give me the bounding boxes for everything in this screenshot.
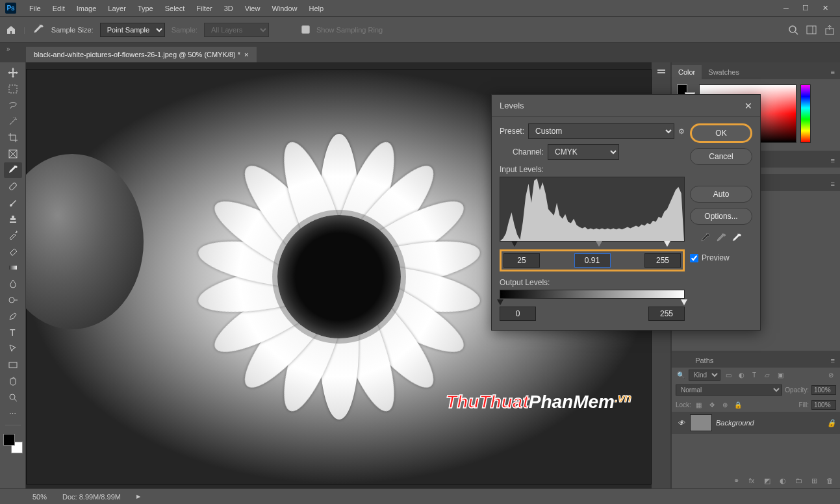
gradient-tool[interactable] <box>4 260 22 275</box>
filter-smart-icon[interactable]: ▣ <box>775 370 785 381</box>
maximize-button[interactable]: ☐ <box>796 2 815 15</box>
dodge-tool[interactable] <box>4 292 22 308</box>
input-slider-track[interactable] <box>500 240 685 248</box>
dialog-close-icon[interactable]: ✕ <box>745 101 752 111</box>
layer-thumbnail[interactable] <box>690 414 712 431</box>
output-white-slider[interactable] <box>681 299 687 305</box>
filter-pixel-icon[interactable]: ▭ <box>723 370 733 381</box>
gray-eyedropper-icon[interactable] <box>715 233 727 244</box>
crop-tool[interactable] <box>4 130 22 145</box>
menu-layer[interactable]: Layer <box>103 2 131 15</box>
menu-edit[interactable]: Edit <box>47 2 70 15</box>
minimize-button[interactable]: ─ <box>776 2 796 15</box>
opacity-value[interactable] <box>811 385 836 395</box>
auto-button[interactable]: Auto <box>690 186 752 203</box>
rectangle-tool[interactable] <box>4 357 22 373</box>
healing-tool[interactable] <box>4 179 22 194</box>
stamp-tool[interactable] <box>4 211 22 227</box>
marquee-tool[interactable] <box>4 81 22 97</box>
cancel-button[interactable]: Cancel <box>690 148 752 165</box>
lock-pixels-icon[interactable]: ▦ <box>694 399 704 410</box>
filter-toggle[interactable]: ⊘ <box>826 370 836 381</box>
blur-tool[interactable] <box>4 276 22 292</box>
output-black-field[interactable] <box>500 307 536 321</box>
output-black-slider[interactable] <box>497 299 503 305</box>
visibility-icon[interactable]: 👁 <box>676 418 686 428</box>
toolbar-expand-icon[interactable]: » <box>6 45 10 53</box>
move-tool[interactable] <box>4 65 22 81</box>
black-point-slider[interactable] <box>511 241 518 247</box>
ok-button[interactable]: OK <box>690 123 752 143</box>
channel-select[interactable]: CMYK <box>548 144 619 160</box>
search-icon[interactable] <box>788 25 798 35</box>
group-icon[interactable]: 🗀 <box>793 475 804 486</box>
eyedropper-tool[interactable] <box>4 162 22 178</box>
black-eyedropper-icon[interactable] <box>700 233 711 244</box>
zoom-tool[interactable] <box>4 390 22 405</box>
adjustment-layer-icon[interactable]: ◐ <box>778 475 788 486</box>
document-tab-close-icon[interactable]: × <box>244 51 248 58</box>
menu-image[interactable]: Image <box>71 2 102 15</box>
white-eyedropper-icon[interactable] <box>731 233 743 244</box>
layer-style-icon[interactable]: fx <box>746 475 757 486</box>
filter-adjust-icon[interactable]: ◐ <box>736 370 746 381</box>
close-button[interactable]: ✕ <box>815 2 835 15</box>
filter-shape-icon[interactable]: ▱ <box>762 370 772 381</box>
foreground-color[interactable] <box>3 434 15 446</box>
fill-value[interactable] <box>811 400 836 410</box>
menu-select[interactable]: Select <box>160 2 190 15</box>
sample-size-select[interactable]: Point Sample <box>100 23 165 37</box>
preset-gear-icon[interactable]: ⚙ <box>678 127 685 136</box>
home-icon[interactable] <box>5 24 17 36</box>
input-white-field[interactable] <box>644 253 681 268</box>
status-zoom[interactable]: 50% <box>32 493 47 501</box>
histogram[interactable] <box>500 177 685 242</box>
adjustments-panel-menu-icon[interactable]: ≡ <box>824 153 840 168</box>
blend-mode-select[interactable]: Normal <box>676 384 782 396</box>
output-white-field[interactable] <box>648 307 685 321</box>
preset-select[interactable]: Custom <box>528 123 674 139</box>
properties-panel-menu-icon[interactable]: ≡ <box>824 177 840 191</box>
output-slider-track[interactable] <box>500 299 685 305</box>
share-icon[interactable] <box>824 25 835 35</box>
menu-window[interactable]: Window <box>266 2 302 15</box>
lasso-tool[interactable] <box>4 97 22 113</box>
layers-panel-menu-icon[interactable]: ≡ <box>824 353 840 368</box>
layer-background[interactable]: 👁 Background 🔒 <box>672 412 840 434</box>
menu-view[interactable]: View <box>240 2 266 15</box>
swatches-tab[interactable]: Swatches <box>702 65 746 79</box>
wand-tool[interactable] <box>4 114 22 129</box>
status-doc[interactable]: Doc: 8.99M/8.99M <box>62 493 121 501</box>
type-tool[interactable]: T <box>4 325 22 340</box>
input-black-field[interactable] <box>503 253 540 268</box>
menu-filter[interactable]: Filter <box>191 2 217 15</box>
new-layer-icon[interactable]: ⊞ <box>809 475 819 486</box>
white-point-slider[interactable] <box>664 241 670 247</box>
layer-mask-icon[interactable]: ◩ <box>762 475 772 486</box>
menu-3d[interactable]: 3D <box>219 2 238 15</box>
menu-help[interactable]: Help <box>304 2 329 15</box>
lock-all-icon[interactable]: 🔒 <box>733 399 743 410</box>
paths-tab[interactable]: Paths <box>689 353 720 368</box>
document-tab[interactable]: black-and-white-pictures-of-flowers-26-1… <box>26 47 257 62</box>
color-tab[interactable]: Color <box>672 65 702 79</box>
filter-type-icon[interactable]: T <box>749 370 759 381</box>
history-brush-tool[interactable] <box>4 227 22 243</box>
foreground-background-colors[interactable] <box>3 434 23 453</box>
menu-type[interactable]: Type <box>133 2 159 15</box>
eraser-tool[interactable] <box>4 244 22 259</box>
pen-tool[interactable] <box>4 309 22 324</box>
layer-filter-kind[interactable]: Kind <box>689 370 720 381</box>
link-layers-icon[interactable]: ⚭ <box>731 475 741 486</box>
eyedropper-tool-icon[interactable] <box>32 23 45 36</box>
edit-toolbar[interactable]: ⋯ <box>4 406 22 422</box>
input-mid-field[interactable] <box>574 253 611 268</box>
color-panel-menu-icon[interactable]: ≡ <box>824 65 840 79</box>
hue-slider[interactable] <box>800 84 811 143</box>
delete-layer-icon[interactable]: 🗑 <box>824 475 835 486</box>
workspace-icon[interactable] <box>806 25 817 35</box>
lock-position-icon[interactable]: ✥ <box>707 399 717 410</box>
brush-tool[interactable] <box>4 195 22 210</box>
options-button[interactable]: Options... <box>690 208 752 225</box>
lock-artboard-icon[interactable]: ⊕ <box>720 399 730 410</box>
